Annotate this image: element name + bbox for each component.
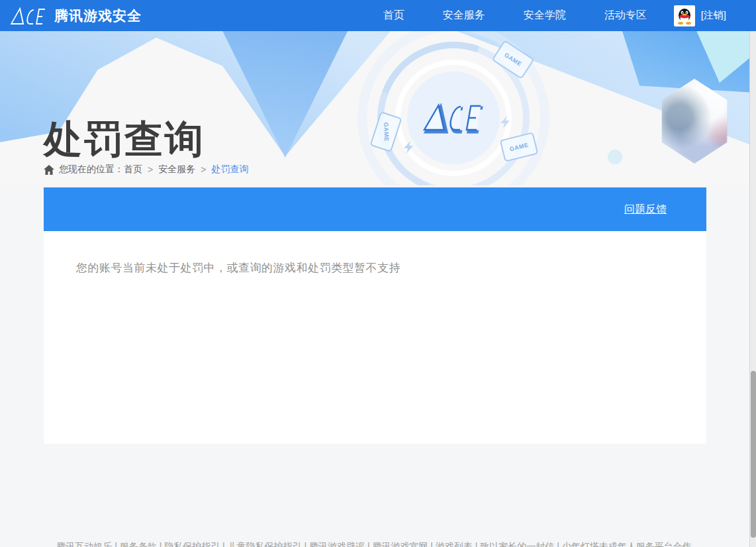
breadcrumb-home[interactable]: 首页 bbox=[124, 164, 142, 175]
home-icon bbox=[44, 165, 54, 175]
nav-links: 首页 安全服务 安全学院 活动专区 bbox=[383, 9, 647, 23]
feedback-link[interactable]: 问题反馈 bbox=[624, 203, 667, 217]
top-navbar: 腾讯游戏安全 首页 安全服务 安全学院 活动专区 [注销] bbox=[0, 0, 756, 31]
logout-link[interactable]: [注销] bbox=[701, 9, 726, 22]
breadcrumb-separator: > bbox=[148, 164, 153, 175]
footer-links[interactable]: 腾讯互动娱乐 | 服务条款 | 隐私保护指引 | 儿童隐私保护指引 | 腾讯游戏… bbox=[0, 541, 748, 547]
vertical-scrollbar-thumb[interactable] bbox=[751, 371, 756, 538]
breadcrumb-security-services[interactable]: 安全服务 bbox=[158, 164, 195, 175]
query-result-message: 您的账号当前未处于处罚中，或查询的游戏和处罚类型暂不支持 bbox=[76, 260, 680, 275]
breadcrumb-current[interactable]: 处罚查询 bbox=[211, 164, 248, 175]
query-panel-body: 您的账号当前未处于处罚中，或查询的游戏和处罚类型暂不支持 bbox=[44, 231, 706, 444]
nav-item-activity-zone[interactable]: 活动专区 bbox=[604, 9, 647, 23]
user-avatar[interactable] bbox=[674, 5, 695, 26]
vertical-scrollbar-track[interactable] bbox=[749, 31, 756, 547]
lightning-icon bbox=[500, 116, 510, 129]
ace-logo-icon bbox=[9, 5, 48, 26]
qq-penguin-icon bbox=[675, 7, 694, 25]
page-title: 处罚查询 bbox=[44, 117, 205, 162]
lightning-icon bbox=[404, 141, 414, 154]
game-tag-label: GAME bbox=[382, 122, 389, 141]
game-tag-label: GAME bbox=[509, 142, 530, 153]
nav-item-home[interactable]: 首页 bbox=[383, 9, 404, 23]
brand-name: 腾讯游戏安全 bbox=[54, 7, 142, 25]
game-tag-label: GAME bbox=[503, 52, 523, 68]
query-panel-header: 问题反馈 bbox=[44, 187, 706, 231]
hero-banner: GAME GAME GAME 处罚查询 您现在的位置： 首页 > 安全服务 > … bbox=[0, 31, 756, 185]
breadcrumb-separator: > bbox=[201, 164, 206, 175]
breadcrumb: 您现在的位置： 首页 > 安全服务 > 处罚查询 bbox=[44, 164, 248, 175]
deco-dot bbox=[608, 150, 622, 164]
deco-disc-inner bbox=[407, 72, 500, 164]
ace-center-logo-icon bbox=[420, 99, 487, 136]
nav-item-security-services[interactable]: 安全服务 bbox=[443, 9, 485, 23]
nav-item-security-academy[interactable]: 安全学院 bbox=[524, 9, 566, 23]
breadcrumb-prefix: 您现在的位置： bbox=[59, 164, 124, 175]
brand-logo[interactable]: 腾讯游戏安全 bbox=[9, 5, 142, 26]
